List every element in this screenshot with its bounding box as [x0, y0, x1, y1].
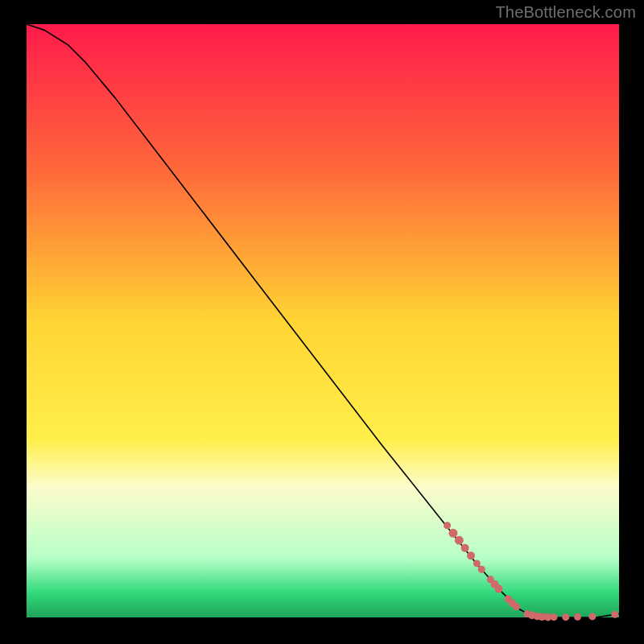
highlight-dot [562, 613, 569, 621]
chart-container: TheBottleneck.com [0, 0, 644, 644]
highlight-dot [513, 603, 520, 610]
chart-svg [0, 0, 644, 644]
highlight-dot [448, 529, 457, 538]
highlight-dot [611, 611, 618, 618]
watermark-text: TheBottleneck.com [495, 3, 636, 22]
highlight-dot [473, 559, 481, 567]
highlight-dot [467, 551, 475, 559]
highlight-dot [551, 613, 558, 621]
gradient-plot-area [27, 24, 619, 617]
highlight-dot [461, 544, 469, 552]
highlight-dot [495, 585, 503, 593]
highlight-dot [444, 522, 451, 529]
highlight-dot [588, 613, 596, 620]
highlight-dot [455, 536, 464, 545]
highlight-dot [574, 613, 581, 621]
highlight-dot [478, 566, 485, 573]
